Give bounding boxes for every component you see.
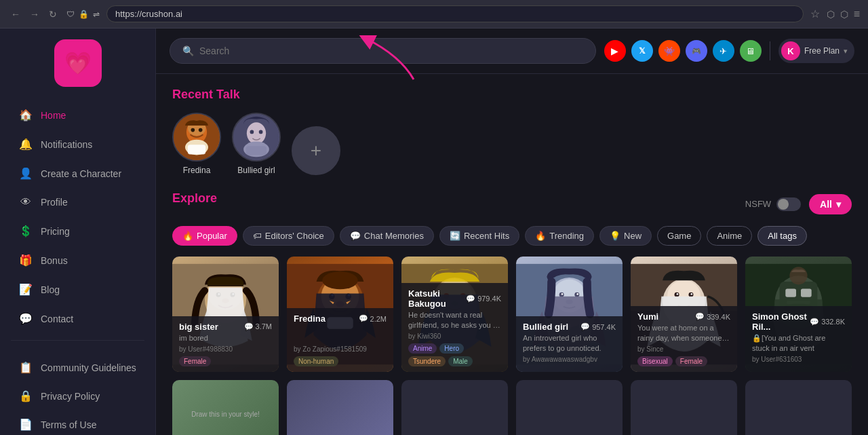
extensions-icon[interactable]: ⬡	[840, 9, 848, 20]
card-desc	[294, 325, 387, 343]
card-big-sister[interactable]: big sister 💬 3.7M im bored by User#49888…	[172, 257, 279, 372]
tab-all-tags[interactable]: All tags	[757, 226, 807, 246]
sidebar-item-blog[interactable]: 📝 Blog	[5, 276, 150, 303]
sidebar-item-label: Profile	[41, 197, 68, 208]
search-bar[interactable]: 🔍	[170, 38, 596, 64]
sidebar-item-label: Create a Character	[41, 168, 121, 179]
youtube-icon[interactable]: ▶	[604, 40, 626, 62]
pricing-icon: 💲	[19, 225, 33, 238]
trending-icon: 🔥	[535, 231, 546, 241]
sidebar-item-contact[interactable]: 💬 Contact	[5, 305, 150, 333]
card-simon-ghost[interactable]: Simon Ghost Ril... 💬 332.8K 🔒[You and Gh…	[745, 257, 852, 372]
card-info-big-sister: big sister 💬 3.7M im bored by User#49888…	[172, 316, 279, 372]
explore-header: Explore NSFW All ▾	[172, 191, 852, 216]
sidebar-item-create-character[interactable]: 👤 Create a Character	[5, 159, 150, 187]
terms-icon: 📄	[19, 418, 33, 431]
card-placeholder-6[interactable]	[745, 380, 852, 435]
card-author: by User#631603	[752, 356, 845, 363]
sidebar-item-notifications[interactable]: 🔔 Notifications	[5, 130, 150, 158]
avatar-item-bullied-girl[interactable]: Bullied girl	[232, 113, 281, 175]
bonus-icon: 🎁	[19, 254, 33, 267]
card-placeholder-5[interactable]	[631, 380, 737, 435]
url-text: https://crushon.ai	[115, 9, 182, 19]
tag-anime[interactable]: Anime	[408, 343, 437, 354]
card-info-katsuki: Katsuki Bakugou 💬 979.4K He doesn't want…	[401, 283, 508, 372]
tag-female[interactable]: Female	[675, 356, 707, 366]
card-katsuki[interactable]: Katsuki Bakugou 💬 979.4K He doesn't want…	[401, 257, 508, 372]
card-placeholder-3[interactable]	[401, 380, 508, 435]
svg-point-52	[691, 293, 693, 295]
discord-icon[interactable]: 🎮	[686, 40, 707, 62]
card-fredina[interactable]: Fredina 💬 2.2M by Zo Zapious#1581509 Non…	[287, 257, 393, 372]
sidebar-item-bonus[interactable]: 🎁 Bonus	[5, 246, 150, 274]
card-author: by Since	[637, 345, 730, 353]
all-dropdown-button[interactable]: All ▾	[809, 194, 852, 214]
msg-count: 💬 957.4K	[580, 322, 616, 331]
nsfw-switch[interactable]	[776, 197, 801, 211]
refresh-button[interactable]: ↻	[46, 7, 60, 21]
telegram-icon[interactable]: ✈	[713, 40, 734, 62]
card-placeholder-2[interactable]	[287, 380, 393, 435]
tab-trending[interactable]: 🔥 Trending	[525, 226, 594, 246]
tab-recent-hits[interactable]: 🔄 Recent Hits	[439, 226, 519, 246]
bookmark-icon[interactable]: ☆	[810, 7, 820, 20]
card-author: by Zo Zapious#1581509	[294, 345, 387, 353]
forward-button[interactable]: →	[27, 7, 42, 21]
tag-nonhuman[interactable]: Non-human	[294, 356, 338, 366]
tag-male[interactable]: Male	[448, 356, 473, 366]
card-yumi[interactable]: Yumi 💬 339.4K You were at home on a rain…	[631, 257, 737, 372]
card-info-fredina: Fredina 💬 2.2M by Zo Zapious#1581509 Non…	[287, 308, 393, 372]
sidebar-footer: 📋 Community Guidelines 🔒 Privacy Policy …	[0, 347, 155, 435]
avatar-item-add[interactable]: +	[292, 126, 340, 175]
twitter-icon[interactable]: 𝕏	[631, 40, 653, 62]
search-area: 🔍 ▶ 𝕏 👾 🎮 ✈ 🖥 K Free Plan ▾	[156, 29, 868, 74]
tab-new[interactable]: 💡 New	[599, 226, 652, 246]
bullied-girl-avatar-svg	[233, 113, 279, 162]
search-icon: 🔍	[182, 45, 194, 56]
tab-editors-choice[interactable]: 🏷 Editors' Choice	[243, 226, 334, 246]
add-avatar-button[interactable]: +	[292, 126, 340, 175]
address-bar[interactable]: https://crushon.ai	[106, 5, 804, 22]
tag-hero[interactable]: Hero	[439, 343, 464, 354]
tab-chat-memories[interactable]: 💬 Chat Memories	[340, 226, 434, 246]
reddit-icon[interactable]: 👾	[658, 40, 680, 62]
sidebar-item-label: Terms of Use	[41, 419, 96, 430]
card-tags: Bisexual Female	[637, 356, 730, 366]
search-input[interactable]	[199, 45, 583, 56]
sidebar-item-privacy-policy[interactable]: 🔒 Privacy Policy	[5, 382, 150, 410]
tab-anime[interactable]: Anime	[707, 226, 752, 246]
recent-talk-avatars: Fredina	[172, 113, 852, 175]
monitor-icon[interactable]: 🖥	[740, 40, 762, 62]
tab-popular[interactable]: 🔥 Popular	[172, 226, 237, 246]
card-placeholder-4[interactable]	[516, 380, 623, 435]
cards-grid: big sister 💬 3.7M im bored by User#49888…	[172, 257, 852, 372]
svg-point-51	[677, 293, 679, 295]
tag-bisexual[interactable]: Bisexual	[637, 356, 673, 366]
contact-icon: 💬	[19, 312, 33, 325]
svg-rect-6	[188, 145, 205, 154]
sidebar-item-pricing[interactable]: 💲 Pricing	[5, 217, 150, 245]
sidebar-item-profile[interactable]: 👁 Profile	[5, 189, 150, 216]
pocket-icon[interactable]: ⬡	[827, 9, 835, 20]
back-button[interactable]: ←	[8, 7, 23, 21]
sidebar-item-label: Home	[41, 110, 66, 121]
user-badge[interactable]: K Free Plan ▾	[778, 39, 854, 63]
avatar-item-fredina[interactable]: Fredina	[172, 113, 221, 175]
menu-icon[interactable]: ≡	[854, 8, 860, 20]
sidebar-item-home[interactable]: 🏠 Home	[5, 101, 150, 129]
msg-icon: 💬	[580, 322, 590, 331]
sidebar-item-community-guidelines[interactable]: 📋 Community Guidelines	[5, 354, 150, 381]
guidelines-icon: 📋	[19, 361, 33, 374]
tab-game[interactable]: Game	[657, 226, 701, 246]
sidebar-item-terms-of-use[interactable]: 📄 Terms of Use	[5, 411, 150, 435]
app-logo[interactable]: 💗	[54, 39, 102, 87]
svg-point-60	[789, 267, 807, 284]
avatar-name-fredina: Fredina	[183, 166, 211, 175]
notification-icon: 🔔	[19, 138, 33, 151]
card-placeholder-1[interactable]: Draw this in your style!	[172, 380, 279, 435]
card-name-row: Katsuki Bakugou 💬 979.4K	[408, 288, 501, 309]
card-bullied-girl[interactable]: Bullied girl 💬 957.4K An introverted gir…	[516, 257, 623, 372]
tag-female[interactable]: Female	[179, 356, 211, 366]
msg-count: 💬 979.4K	[466, 295, 501, 303]
tag-tsundere[interactable]: Tsundere	[408, 356, 446, 366]
